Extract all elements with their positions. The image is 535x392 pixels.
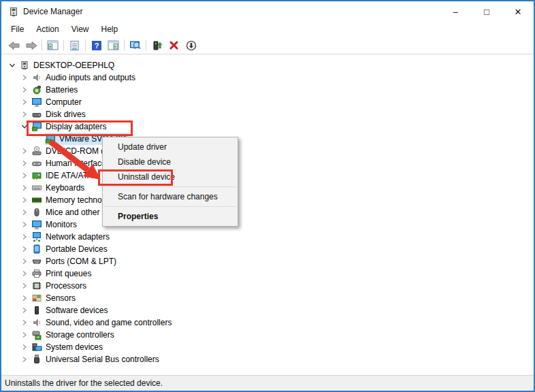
chevron-right-icon[interactable]	[18, 206, 31, 218]
tree-item-content: Monitors	[31, 218, 79, 231]
menu-view[interactable]: View	[65, 23, 95, 35]
tree-item-human-interface-devices[interactable]: Human Interface Devices	[1, 157, 534, 169]
tree-item-label: Software devices	[46, 306, 108, 315]
menu-item-scan-for-hardware-changes[interactable]: Scan for hardware changes	[103, 189, 238, 204]
toolbar-properties-sheet-button[interactable]	[66, 38, 83, 53]
portable-device-icon	[31, 244, 42, 255]
chevron-right-icon[interactable]	[18, 341, 31, 353]
toolbar-back-arrow-button[interactable]	[5, 38, 22, 53]
minimize-button[interactable]: –	[440, 1, 471, 22]
tree-item-label: Sensors	[46, 293, 76, 303]
display-adapter-icon	[45, 133, 56, 144]
tree-item-display-adapters[interactable]: Display adapters	[1, 120, 534, 133]
tree-item-print-queues[interactable]: Print queues	[1, 267, 534, 280]
chevron-right-icon[interactable]	[18, 255, 31, 267]
device-tree: DESKTOP-OEEPHLQAudio inputs and outputsB…	[1, 54, 534, 375]
menu-item-disable-device[interactable]: Disable device	[103, 154, 238, 169]
maximize-button[interactable]: □	[471, 1, 502, 22]
chevron-right-icon[interactable]	[18, 194, 31, 206]
tree-item-sensors[interactable]: Sensors	[1, 292, 534, 304]
tree-item-label: Display adapters	[46, 122, 106, 131]
menu-item-update-driver[interactable]: Update driver	[103, 140, 238, 154]
chevron-right-icon[interactable]	[18, 353, 31, 365]
toolbar-action-pane-button[interactable]	[105, 38, 122, 53]
tree-item-monitors[interactable]: Monitors	[1, 218, 534, 231]
toolbar-disable-device-button[interactable]	[182, 38, 199, 53]
chevron-right-icon[interactable]	[18, 218, 31, 231]
tree-item-portable-devices[interactable]: Portable Devices	[1, 243, 534, 255]
network-adapter-icon	[31, 231, 42, 242]
tree-item-software-devices[interactable]: Software devices	[1, 304, 534, 316]
tree-item-computer[interactable]: Computer	[1, 96, 534, 108]
ide-controller-icon	[31, 170, 42, 181]
tree-item-dvd-cd-rom-drives[interactable]: DVD/CD-ROM drives	[1, 145, 534, 157]
tree-item-vmware-svga-3d[interactable]: VMware SVGA 3D	[1, 133, 534, 145]
tree-item-memory-technology-devices[interactable]: Memory technology devices	[1, 194, 534, 206]
tree-item-mice-and-other-pointing-devices[interactable]: Mice and other pointing devices	[1, 206, 534, 218]
tree-item-audio-inputs-and-outputs[interactable]: Audio inputs and outputs	[1, 71, 534, 84]
tree-item-ide-ata-atapi-controllers[interactable]: IDE ATA/ATAPI controllers	[1, 169, 534, 182]
disk-drive-icon	[31, 109, 42, 120]
chevron-right-icon[interactable]	[18, 157, 31, 169]
tree-item-keyboards[interactable]: Keyboards	[1, 182, 534, 194]
context-menu-separator	[103, 206, 237, 207]
console-tree-icon	[47, 40, 59, 50]
menu-file[interactable]: File	[5, 23, 30, 35]
chevron-right-icon[interactable]	[18, 280, 31, 292]
tree-item-label: Monitors	[46, 220, 77, 229]
tree-item-sound-video-and-game-controllers[interactable]: Sound, video and game controllers	[1, 316, 534, 329]
toolbar-update-driver-button[interactable]	[148, 38, 165, 53]
forward-arrow-icon	[25, 40, 37, 51]
tree-item-content: Universal Serial Bus controllers	[31, 353, 161, 365]
storage-controller-icon	[31, 329, 42, 340]
tree-item-universal-serial-bus-controllers[interactable]: Universal Serial Bus controllers	[1, 353, 534, 365]
toolbar-scan-hardware-button[interactable]	[127, 38, 144, 53]
close-button[interactable]: ✕	[502, 1, 534, 22]
tree-item-label: Processors	[46, 281, 86, 291]
tree-item-label: System devices	[46, 342, 103, 352]
toolbar-uninstall-device-button[interactable]	[165, 38, 182, 53]
chevron-right-icon[interactable]	[18, 316, 31, 329]
chevron-right-icon[interactable]	[18, 169, 31, 182]
chevron-right-icon[interactable]	[18, 267, 31, 280]
chevron-down-icon[interactable]	[5, 59, 19, 71]
chevron-right-icon[interactable]	[18, 292, 31, 304]
tree-item-label: Network adapters	[46, 232, 110, 242]
chevron-right-icon[interactable]	[18, 71, 31, 84]
tree-item-label: Audio inputs and outputs	[46, 73, 135, 82]
chevron-right-icon[interactable]	[18, 108, 31, 120]
menu-help[interactable]: Help	[95, 23, 125, 35]
tree-item-ports-com-lpt[interactable]: Ports (COM & LPT)	[1, 255, 534, 267]
menu-item-properties[interactable]: Properties	[103, 209, 238, 224]
chevron-right-icon[interactable]	[18, 329, 31, 341]
tree-item-storage-controllers[interactable]: Storage controllers	[1, 329, 534, 341]
chevron-right-icon[interactable]	[18, 304, 31, 316]
toolbar-forward-arrow-button[interactable]	[22, 38, 39, 53]
chevron-right-icon[interactable]	[18, 84, 31, 96]
chevron-right-icon[interactable]	[18, 231, 31, 243]
mouse-icon	[31, 207, 42, 218]
tree-item-disk-drives[interactable]: Disk drives	[1, 108, 534, 120]
chevron-right-icon[interactable]	[18, 145, 31, 157]
tree-item-desktop-oeephlq[interactable]: DESKTOP-OEEPHLQ	[1, 59, 534, 71]
toolbar-console-tree-button[interactable]	[44, 38, 61, 53]
toolbar-separator	[63, 39, 64, 51]
toolbar-help-button[interactable]: ?	[88, 38, 105, 53]
menu-item-uninstall-device[interactable]: Uninstall device	[103, 169, 238, 184]
chevron-right-icon[interactable]	[18, 243, 31, 255]
maximize-icon: □	[484, 7, 489, 17]
tree-item-network-adapters[interactable]: Network adapters	[1, 231, 534, 243]
battery-icon	[31, 84, 42, 95]
menu-action[interactable]: Action	[30, 23, 65, 35]
chevron-right-icon[interactable]	[18, 182, 31, 194]
tree-item-batteries[interactable]: Batteries	[1, 84, 534, 96]
minimize-icon: –	[453, 7, 457, 17]
tree-item-processors[interactable]: Processors	[1, 280, 534, 292]
tree-item-system-devices[interactable]: System devices	[1, 341, 534, 353]
tree-item-label: Portable Devices	[46, 244, 108, 254]
properties-sheet-icon	[69, 40, 80, 51]
context-menu-separator	[103, 186, 237, 187]
chevron-right-icon[interactable]	[18, 96, 31, 108]
chevron-down-icon[interactable]	[18, 120, 31, 133]
memory-icon	[31, 195, 42, 206]
